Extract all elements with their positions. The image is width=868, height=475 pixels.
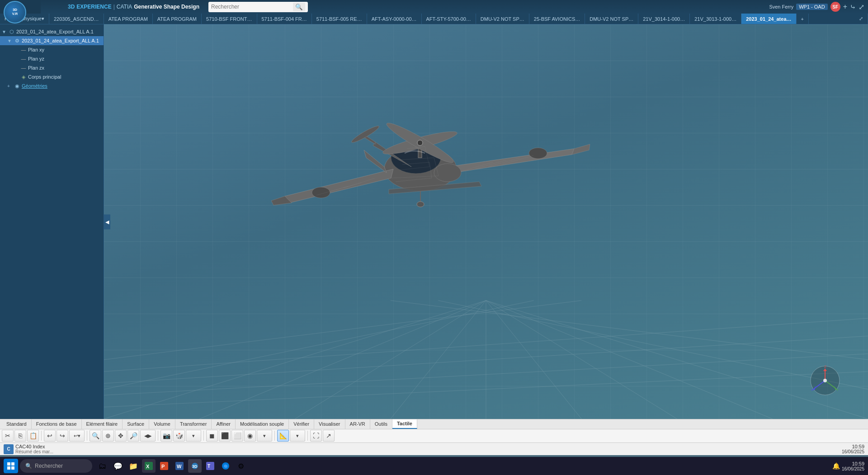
menu-item-5711-005[interactable]: 5711-BSF-005 RE… bbox=[312, 14, 367, 24]
svg-text:W: W bbox=[177, 464, 182, 469]
toolbar-material[interactable]: ◉ bbox=[244, 430, 256, 442]
toolbar-tab-ar-vr[interactable]: AR-VR bbox=[345, 419, 370, 429]
toolbar-zoom-more[interactable]: ◀▶ bbox=[140, 430, 156, 442]
status-time-value: 10:59 bbox=[842, 444, 864, 449]
toolbar-move[interactable]: ✥ bbox=[115, 430, 127, 442]
menu-item-21v-3013[interactable]: 21V_3013-1-000… bbox=[690, 14, 741, 24]
tree-item-export[interactable]: ▼ ⚙ 2023_01_24_atea_Export_ALL A.1 bbox=[0, 36, 104, 45]
menu-add-tab[interactable]: + bbox=[797, 14, 809, 24]
taskbar-notifications[interactable]: 🔔 bbox=[832, 462, 840, 470]
toolbar-tab-fonctions[interactable]: Fonctions de base bbox=[32, 419, 82, 429]
toolbar-tab-volume[interactable]: Volume bbox=[149, 419, 175, 429]
tree-item-geo[interactable]: + ◉ Géométries bbox=[0, 81, 104, 90]
taskbar-ppt-btn[interactable]: P bbox=[157, 459, 171, 473]
tree-expand-root[interactable]: ▼ bbox=[2, 29, 7, 34]
app-logo[interactable]: 3D V.R bbox=[4, 1, 26, 24]
toolbar-sep-3 bbox=[158, 431, 158, 441]
taskbar-settings-btn[interactable]: ⚙ bbox=[234, 459, 248, 473]
toolbar-tab-modelisation[interactable]: Modélisation souple bbox=[236, 419, 289, 429]
menu-item-dmu-v2-1[interactable]: DMU-V2 NOT SP… bbox=[476, 14, 529, 24]
taskbar-word-btn[interactable]: W bbox=[173, 459, 186, 473]
taskbar-excel-btn[interactable]: X bbox=[142, 459, 156, 473]
svg-line-8 bbox=[486, 301, 677, 419]
menu-expand[interactable]: ⤢ bbox=[854, 14, 868, 24]
toolbar-render-more[interactable]: ▾ bbox=[257, 430, 272, 442]
toolbar-sep-2 bbox=[87, 431, 87, 441]
share-button[interactable]: ⤷ bbox=[850, 3, 856, 11]
menu-item-aft-asy[interactable]: AFT-ASY-0000-00… bbox=[367, 14, 422, 24]
taskbar-app-edge bbox=[219, 459, 232, 473]
taskbar-app-explorer: 🗂 bbox=[96, 459, 109, 473]
toolbar-tab-standard[interactable]: Standard bbox=[2, 419, 32, 429]
taskbar-teams-btn[interactable]: T bbox=[203, 459, 217, 473]
toolbar-3d-view[interactable]: 🎲 bbox=[173, 430, 185, 442]
menu-item-25-bsf[interactable]: 25-BSF AVIONICS… bbox=[529, 14, 585, 24]
toolbar-cut[interactable]: ✂ bbox=[2, 430, 14, 442]
toolbar-redo[interactable]: ↪ bbox=[57, 430, 68, 442]
search-input[interactable] bbox=[211, 4, 292, 10]
start-button[interactable] bbox=[4, 459, 18, 473]
search-button[interactable]: 🔍 bbox=[293, 3, 305, 11]
svg-text:X: X bbox=[146, 464, 150, 469]
menu-item-220305[interactable]: 220305_ASCEND… bbox=[49, 14, 104, 24]
toolbar-undo-more[interactable]: ↩▾ bbox=[69, 430, 85, 442]
taskbar-edge-btn[interactable] bbox=[219, 459, 232, 473]
toolbar-tab-outils[interactable]: Outils bbox=[370, 419, 392, 429]
taskbar-chat-btn[interactable]: 💬 bbox=[111, 459, 125, 473]
menu-item-2023-active[interactable]: 2023_01_24_atea… bbox=[741, 14, 796, 24]
toolbar-measure-more[interactable]: ▾ bbox=[290, 430, 305, 442]
menu-item-aft-sty[interactable]: AFT-STY-5700-00… bbox=[422, 14, 476, 24]
svg-line-9 bbox=[486, 301, 773, 419]
toolbar-tab-transformer[interactable]: Transformer bbox=[175, 419, 212, 429]
tree-label-geo: Géométries bbox=[22, 83, 47, 89]
menu-item-5711-004[interactable]: 5711-BSF-004 FR… bbox=[257, 14, 312, 24]
toolbar-tab-filaire[interactable]: Elément filaire bbox=[82, 419, 123, 429]
taskbar-app-files: 📁 bbox=[127, 459, 140, 473]
toolbar-shading[interactable]: ⬛ bbox=[219, 430, 231, 442]
tree-item-root[interactable]: ▼ ⬡ 2023_01_24_atea_Export_ALL A.1 bbox=[0, 27, 104, 36]
taskbar-search[interactable]: 🔍 Rechercher bbox=[20, 459, 92, 473]
toolbar-paste[interactable]: 📋 bbox=[27, 430, 39, 442]
toolbar-tab-tactile[interactable]: Tactile bbox=[392, 419, 417, 429]
menu-item-atea2[interactable]: ATEA PROGRAM bbox=[153, 14, 202, 24]
svg-line-0 bbox=[104, 301, 486, 419]
tree-item-planzx[interactable]: — Plan zx bbox=[0, 63, 104, 72]
expand-button[interactable]: ⤢ bbox=[859, 3, 864, 11]
menu-item-dmu-v2-2[interactable]: DMU-V2 NOT SP… bbox=[585, 14, 638, 24]
toolbar-snap[interactable]: ⊕ bbox=[102, 430, 114, 442]
add-button[interactable]: + bbox=[843, 3, 847, 11]
toolbar-camera[interactable]: 📷 bbox=[160, 430, 172, 442]
tree-expand-geo[interactable]: + bbox=[7, 84, 13, 89]
svg-rect-50 bbox=[11, 466, 14, 470]
status-icon-area: C CAC40 Index Résumé des mar... bbox=[4, 444, 53, 454]
toolbar-tab-verifier[interactable]: Vérifier bbox=[289, 419, 314, 429]
toolbar-tab-visualiser[interactable]: Visualiser bbox=[314, 419, 345, 429]
toolbar-measure[interactable]: 📐 bbox=[277, 430, 289, 442]
sidebar-collapse-button[interactable]: ◀ bbox=[104, 214, 110, 229]
tree-expand-export[interactable]: ▼ bbox=[7, 38, 13, 43]
taskbar-3dexp-btn[interactable]: 3D bbox=[188, 459, 202, 473]
menu-item-21v-3014[interactable]: 21V_3014-1-000… bbox=[638, 14, 690, 24]
taskbar-files-btn[interactable]: 📁 bbox=[127, 459, 140, 473]
toolbar-zoom[interactable]: 🔎 bbox=[127, 430, 139, 442]
toolbar-undo[interactable]: ↩ bbox=[44, 430, 56, 442]
user-avatar[interactable]: SF bbox=[830, 2, 840, 12]
menu-item-atea1[interactable]: ATEA PROGRAM bbox=[104, 14, 153, 24]
toolbar-tab-affiner[interactable]: Affiner bbox=[212, 419, 236, 429]
viewport-3d[interactable]: Z Y X ◀ bbox=[104, 24, 868, 419]
taskbar-explorer-btn[interactable]: 🗂 bbox=[96, 459, 109, 473]
tree-item-planyz[interactable]: — Plan yz bbox=[0, 54, 104, 63]
toolbar-search-geo[interactable]: 🔍 bbox=[90, 430, 101, 442]
toolbar-copy[interactable]: ⎘ bbox=[14, 430, 26, 442]
toolbar-fullscreen[interactable]: ⛶ bbox=[310, 430, 322, 442]
brand-text: 3D bbox=[68, 4, 75, 10]
toolbar-display[interactable]: ◼ bbox=[206, 430, 218, 442]
workspace-badge[interactable]: WP1 - OAD bbox=[796, 4, 827, 10]
tree-item-planxy[interactable]: — Plan xy bbox=[0, 45, 104, 54]
toolbar-wireframe[interactable]: ⬜ bbox=[231, 430, 243, 442]
toolbar-view-more[interactable]: ▾ bbox=[186, 430, 201, 442]
tree-item-corps[interactable]: ◈ Corps principal bbox=[0, 72, 104, 81]
menu-item-5710[interactable]: 5710-BSF FRONT… bbox=[202, 14, 257, 24]
toolbar-tab-surface[interactable]: Surface bbox=[123, 419, 149, 429]
toolbar-export[interactable]: ↗ bbox=[323, 430, 335, 442]
